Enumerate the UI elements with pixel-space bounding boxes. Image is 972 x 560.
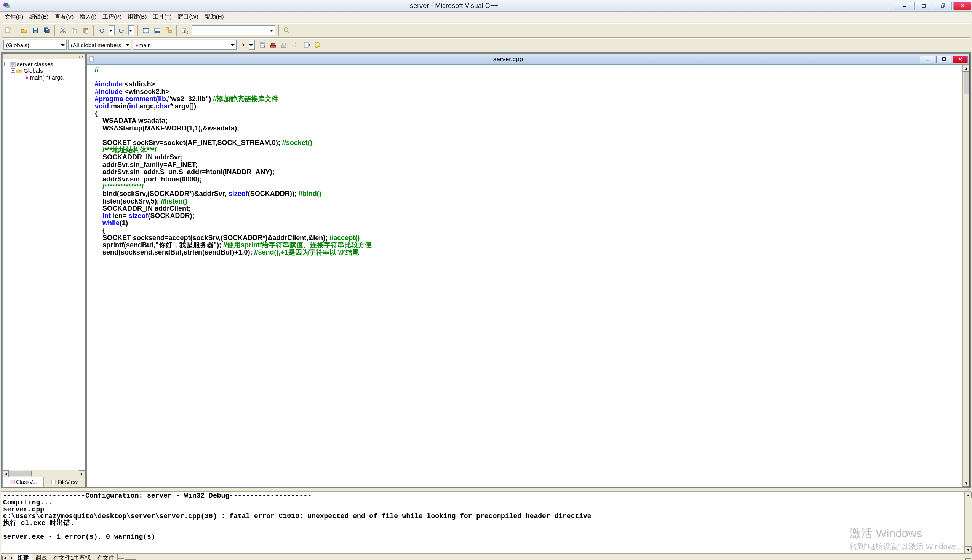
code-editor-window: server.cpp // #include <stdio.h> #includ… <box>87 53 970 487</box>
svg-line-34 <box>187 33 188 34</box>
undo-dropdown[interactable] <box>109 25 115 35</box>
svg-rect-38 <box>270 45 276 47</box>
undo-icon[interactable] <box>97 26 106 35</box>
svg-rect-31 <box>169 30 171 33</box>
tree-root[interactable]: −server classes <box>4 61 84 67</box>
cut-icon[interactable] <box>58 26 67 35</box>
output-tab-first[interactable]: |◄ <box>1 555 7 560</box>
app-icon <box>3 2 11 10</box>
svg-rect-30 <box>166 28 169 30</box>
sidebar-hscroll[interactable]: ◄► <box>3 470 85 477</box>
output-tab-find2[interactable]: 在文件 <box>94 554 118 560</box>
svg-rect-45 <box>10 62 15 66</box>
save-all-icon[interactable] <box>42 26 52 35</box>
stop-build-icon[interactable] <box>279 40 288 50</box>
redo-dropdown[interactable] <box>128 25 134 35</box>
class-view-sidebar: ⬥✕ −server classes −Globals ♦main(int ar… <box>2 53 85 487</box>
code-text[interactable]: // #include <stdio.h> #include <winsock2… <box>87 65 969 258</box>
paste-icon[interactable] <box>81 26 90 35</box>
output-tab-prev[interactable]: ◄ <box>8 555 14 560</box>
output-grip[interactable]: ✕ <box>1 488 971 492</box>
menu-edit[interactable]: 编辑(E) <box>27 13 51 21</box>
editor-maximize-button[interactable] <box>936 55 952 63</box>
breakpoint-icon[interactable] <box>313 40 322 50</box>
menubar: 文件(F) 编辑(E) 查看(V) 插入(I) 工程(P) 组建(B) 工具(T… <box>0 12 972 22</box>
find-combo[interactable] <box>192 25 275 35</box>
svg-rect-6 <box>941 5 944 8</box>
menu-build[interactable]: 组建(B) <box>125 13 149 21</box>
svg-rect-29 <box>155 31 160 33</box>
sidebar-close-icon[interactable]: ✕ <box>81 55 84 58</box>
build-icon[interactable] <box>269 40 278 50</box>
menu-project[interactable]: 工程(P) <box>100 13 124 21</box>
function-combo[interactable]: ♦ main <box>133 40 236 50</box>
menu-view[interactable]: 查看(V) <box>52 13 76 21</box>
svg-rect-48 <box>10 480 15 484</box>
editor-minimize-button[interactable] <box>920 55 935 63</box>
execute-icon[interactable]: ! <box>291 40 301 50</box>
output-tab-find1[interactable]: 在文件1中查找 <box>50 554 94 560</box>
output-window-icon[interactable] <box>153 26 162 35</box>
menu-tools[interactable]: 工具(T) <box>151 13 174 21</box>
svg-rect-12 <box>34 28 37 30</box>
code-area[interactable]: // #include <stdio.h> #include <winsock2… <box>87 65 969 487</box>
svg-line-36 <box>288 31 289 33</box>
workspace: ⬥✕ −server classes −Globals ♦main(int ar… <box>1 52 971 488</box>
compile-icon[interactable] <box>258 40 267 50</box>
svg-rect-25 <box>85 30 88 33</box>
open-icon[interactable] <box>19 26 28 35</box>
members-combo[interactable]: (All global members <box>68 40 131 50</box>
workspace-icon[interactable] <box>141 26 151 35</box>
new-file-icon[interactable] <box>3 26 13 35</box>
wizard-toolbar: (Globals) (All global members ♦ main ! <box>2 38 970 52</box>
go-debug-icon[interactable] <box>302 40 311 50</box>
svg-text:!: ! <box>295 42 297 48</box>
editor-filename: server.cpp <box>96 55 920 63</box>
svg-rect-40 <box>281 45 286 48</box>
go-dropdown[interactable] <box>249 40 255 50</box>
svg-point-20 <box>64 32 65 33</box>
svg-point-10 <box>9 27 11 30</box>
svg-point-35 <box>284 28 288 32</box>
svg-rect-52 <box>942 58 945 60</box>
copy-icon[interactable] <box>70 26 79 35</box>
go-icon[interactable] <box>238 40 247 50</box>
output-pane: ✕ --------------------Configuration: ser… <box>1 488 971 560</box>
svg-rect-4 <box>922 4 925 7</box>
fileview-tab[interactable]: FileView <box>44 477 85 487</box>
menu-window[interactable]: 窗口(W) <box>175 13 200 21</box>
editor-close-button[interactable] <box>953 55 968 63</box>
menu-file[interactable]: 文件(F) <box>2 13 25 21</box>
redo-icon[interactable] <box>117 26 126 35</box>
menu-insert[interactable]: 插入(I) <box>77 13 99 21</box>
close-button[interactable] <box>954 2 971 10</box>
sidebar-tabs: ClassV... FileView <box>3 477 85 487</box>
output-tab-debug[interactable]: 调试 <box>32 554 50 560</box>
svg-rect-16 <box>46 29 49 30</box>
svg-rect-44 <box>304 43 308 47</box>
document-icon <box>87 56 96 62</box>
tree-main-func[interactable]: ♦main(int argc, <box>4 74 84 81</box>
editor-vscroll[interactable]: ▲▼ <box>962 65 969 487</box>
window-list-icon[interactable] <box>164 26 173 35</box>
save-icon[interactable] <box>31 26 40 35</box>
maximize-button[interactable] <box>915 2 932 10</box>
scope-combo[interactable]: (Globals) <box>3 40 67 50</box>
output-tab-build[interactable]: 组建 <box>15 554 32 560</box>
output-text[interactable]: --------------------Configuration: serve… <box>1 492 971 553</box>
find-in-files-icon[interactable] <box>180 26 189 35</box>
svg-rect-13 <box>34 31 37 33</box>
svg-rect-49 <box>52 480 55 484</box>
sidebar-pin-icon[interactable]: ⬥ <box>79 55 80 58</box>
menu-help[interactable]: 帮助(H) <box>202 13 226 21</box>
svg-point-19 <box>60 32 62 33</box>
minimize-button[interactable] <box>895 2 913 10</box>
tree-globals[interactable]: −Globals <box>4 67 84 74</box>
output-vscroll[interactable]: ▲▼ <box>964 492 971 553</box>
restore-button[interactable] <box>934 2 952 10</box>
output-tabs-row: |◄ ◄ 组建 调试 在文件1中查找 在文件 ◄► <box>1 553 971 560</box>
class-tree[interactable]: −server classes −Globals ♦main(int argc, <box>3 59 85 470</box>
find-icon[interactable] <box>282 26 291 35</box>
standard-toolbar <box>2 23 970 38</box>
classview-tab[interactable]: ClassV... <box>3 477 44 487</box>
